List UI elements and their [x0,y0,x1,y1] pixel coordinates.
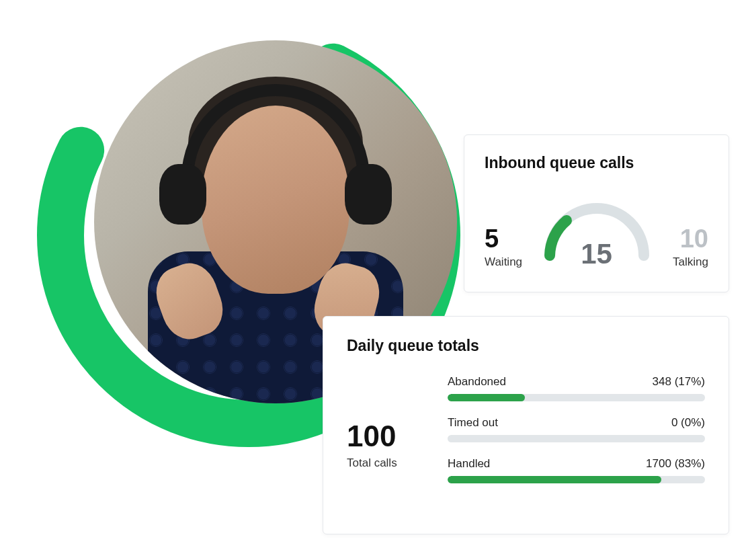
bar-track [448,476,705,483]
bar-label: Timed out [448,416,498,430]
total-calls-value: 100 [347,422,421,451]
waiting-label: Waiting [485,255,522,269]
daily-queue-card: Daily queue totals 100 Total calls Aband… [323,316,729,534]
bar-fill [448,476,661,483]
gauge-chart: 15 [540,195,654,276]
daily-title: Daily queue totals [347,337,705,355]
talking-stat: 10 Talking [655,226,708,276]
bar-fill [448,394,525,401]
total-calls-block: 100 Total calls [347,375,421,483]
inbound-gauge-row: 5 Waiting 15 10 Talking [485,188,708,276]
bar-label: Abandoned [448,375,506,389]
total-calls-label: Total calls [347,456,421,470]
bar-row-handled: Handled 1700 (83%) [448,457,705,483]
bar-value: 348 (17%) [653,375,705,389]
bar-row-abandoned: Abandoned 348 (17%) [448,375,705,401]
bar-value: 0 (0%) [671,416,705,430]
inbound-queue-card: Inbound queue calls 5 Waiting 15 10 Talk… [464,134,729,292]
bar-value: 1700 (83%) [646,457,705,471]
bar-row-timedout: Timed out 0 (0%) [448,416,705,442]
talking-label: Talking [673,255,708,269]
bar-label: Handled [448,457,490,471]
bar-track [448,394,705,401]
waiting-value: 5 [485,226,499,251]
waiting-stat: 5 Waiting [485,226,538,276]
bar-track [448,435,705,442]
talking-value: 10 [680,226,708,251]
inbound-title: Inbound queue calls [485,154,708,172]
gauge-total: 15 [581,238,612,270]
daily-bars: Abandoned 348 (17%) Timed out 0 (0%) H [448,375,705,483]
